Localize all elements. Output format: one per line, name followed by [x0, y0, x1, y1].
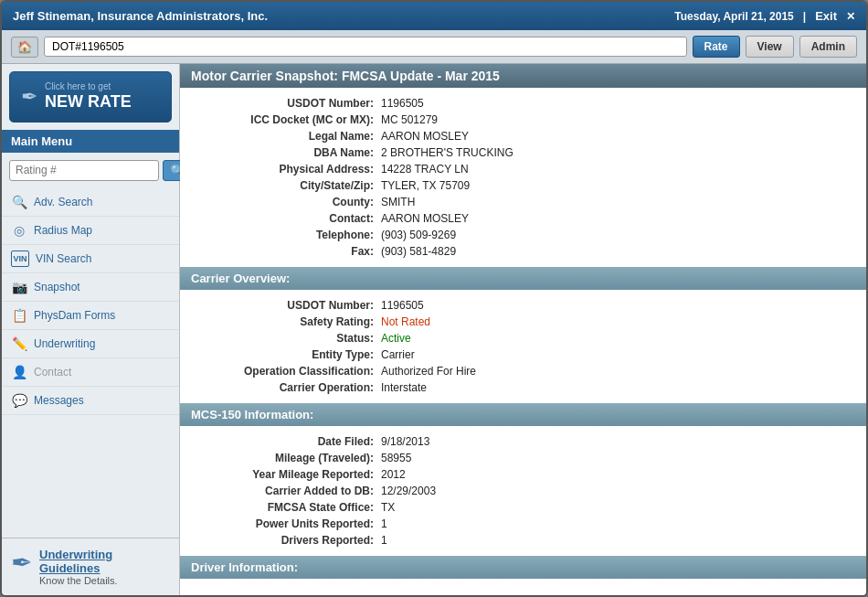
guidelines-icon: ✒: [11, 548, 32, 578]
title-bar: Jeff Stineman, Insurance Administrators,…: [2, 2, 866, 30]
sidebar-item-label: Contact: [34, 366, 71, 378]
info-row: Operation Classification: Authorized For…: [198, 363, 848, 379]
field-label: Year Mileage Reported:: [198, 468, 381, 481]
content-area: Motor Carrier Snapshot: FMCSA Update - M…: [180, 64, 866, 595]
adv-search-icon: 🔍: [11, 194, 27, 210]
field-label: FMCSA State Office:: [198, 501, 381, 514]
app-title: Jeff Stineman, Insurance Administrators,…: [13, 9, 268, 23]
sidebar-item-label: Messages: [34, 394, 84, 407]
home-button[interactable]: 🏠: [11, 37, 38, 58]
driver-info-table: [180, 579, 866, 595]
rate-text: NEW RATE: [45, 92, 132, 112]
info-row: USDOT Number: 1196505: [198, 297, 848, 314]
field-value: Carrier: [381, 348, 848, 361]
section-title: Carrier Overview:: [191, 272, 290, 285]
sidebar-item-label: Radius Map: [34, 224, 92, 237]
snapshot-icon: 📷: [11, 279, 27, 295]
sidebar-item-vin-search[interactable]: VIN VIN Search: [2, 245, 179, 273]
field-value: 14228 TRACY LN: [381, 163, 848, 176]
carrier-overview-table: USDOT Number: 1196505 Safety Rating: Not…: [180, 290, 866, 403]
field-label: Mileage (Traveled):: [198, 452, 381, 464]
info-row: Power Units Reported: 1: [198, 516, 848, 532]
field-label: ICC Docket (MC or MX):: [198, 113, 381, 126]
sidebar-footer: ✒ Underwriting Guidelines Know the Detai…: [2, 538, 179, 595]
sidebar-item-snapshot[interactable]: 📷 Snapshot: [2, 273, 179, 302]
sidebar-item-messages[interactable]: 💬 Messages: [2, 387, 179, 415]
sidebar-item-physdam[interactable]: 📋 PhysDam Forms: [2, 302, 179, 330]
field-label: Contact:: [198, 212, 381, 225]
physdam-icon: 📋: [11, 307, 27, 324]
info-row: Fax: (903) 581-4829: [198, 243, 848, 260]
field-value: Authorized For Hire: [381, 365, 848, 378]
field-label: Legal Name:: [198, 130, 381, 143]
address-bar[interactable]: [44, 37, 687, 57]
sidebar-footer-content: Underwriting Guidelines Know the Details…: [39, 548, 170, 586]
main-layout: ✒ Click here to get NEW RATE Main Menu 🔍…: [2, 64, 866, 595]
field-value: 1196505: [381, 97, 848, 110]
info-row: Contact: AARON MOSLEY: [198, 210, 848, 227]
guidelines-link[interactable]: Underwriting Guidelines: [39, 548, 170, 575]
field-value: Interstate: [381, 381, 848, 394]
feather-icon: ✒: [21, 85, 37, 109]
date-label: Tuesday, April 21, 2015: [674, 10, 794, 23]
info-row: FMCSA State Office: TX: [198, 499, 848, 516]
carrier-info-table: USDOT Number: 1196505 ICC Docket (MC or …: [180, 88, 866, 267]
field-label: USDOT Number:: [198, 299, 381, 312]
field-label: Drivers Reported:: [198, 534, 381, 547]
sidebar-item-contact[interactable]: 👤 Contact: [2, 358, 179, 387]
field-value: (903) 509-9269: [381, 229, 848, 241]
section-title: MCS-150 Information:: [191, 408, 313, 421]
field-value: 58955: [381, 452, 848, 464]
field-value: (903) 581-4829: [381, 245, 848, 258]
field-label: Carrier Operation:: [198, 381, 381, 394]
separator: |: [803, 10, 806, 23]
field-value: 9/18/2013: [381, 435, 848, 448]
exit-button[interactable]: Exit: [815, 9, 837, 23]
sidebar-item-adv-search[interactable]: 🔍 Adv. Search: [2, 188, 179, 217]
sidebar-item-underwriting[interactable]: ✏️ Underwriting: [2, 330, 179, 358]
new-rate-button[interactable]: ✒ Click here to get NEW RATE: [9, 71, 172, 123]
guidelines-subtext: Know the Details.: [39, 575, 170, 586]
driver-section-header: Driver Information:: [180, 556, 866, 579]
section-title: Driver Information:: [191, 560, 298, 574]
sidebar-item-radius-map[interactable]: ◎ Radius Map: [2, 217, 179, 245]
field-label: Date Filed:: [198, 435, 381, 448]
sidebar-item-label: PhysDam Forms: [34, 309, 115, 322]
admin-button[interactable]: Admin: [799, 36, 857, 58]
field-value: 2012: [381, 468, 848, 481]
messages-icon: 💬: [11, 392, 27, 409]
field-label: City/State/Zip:: [198, 179, 381, 192]
field-label: Telephone:: [198, 229, 381, 241]
field-value: MC 501279: [381, 113, 848, 126]
field-label: Carrier Added to DB:: [198, 485, 381, 497]
rating-search-input[interactable]: [9, 160, 159, 181]
mcs-info-table: Date Filed: 9/18/2013 Mileage (Traveled)…: [180, 426, 866, 556]
field-label: Power Units Reported:: [198, 517, 381, 530]
field-label: Physical Address:: [198, 163, 381, 176]
main-menu-title: Main Menu: [2, 130, 179, 153]
field-value: SMITH: [381, 196, 848, 208]
field-value: Active: [381, 332, 848, 345]
close-icon[interactable]: ✕: [846, 10, 855, 23]
sidebar-item-label: VIN Search: [36, 252, 91, 265]
info-row: Status: Active: [198, 330, 848, 346]
search-bar: 🔍: [9, 160, 172, 181]
view-button[interactable]: View: [746, 36, 794, 58]
field-value: Not Rated: [381, 315, 848, 328]
vin-icon: VIN: [11, 251, 29, 267]
info-row: Physical Address: 14228 TRACY LN: [198, 161, 848, 177]
rate-button[interactable]: Rate: [693, 36, 740, 58]
field-value: TX: [381, 501, 848, 514]
page-title-header: Motor Carrier Snapshot: FMCSA Update - M…: [180, 64, 866, 88]
page-title: Motor Carrier Snapshot: FMCSA Update - M…: [191, 69, 500, 83]
field-label: Entity Type:: [198, 348, 381, 361]
new-rate-text: Click here to get NEW RATE: [45, 81, 132, 112]
sidebar-item-label: Underwriting: [34, 337, 95, 350]
field-label: USDOT Number:: [198, 97, 381, 110]
info-row: County: SMITH: [198, 194, 848, 210]
carrier-overview-header: Carrier Overview:: [180, 267, 866, 290]
field-value: 1: [381, 534, 848, 547]
field-value: 1196505: [381, 299, 848, 312]
info-row: Carrier Added to DB: 12/29/2003: [198, 483, 848, 499]
info-row: USDOT Number: 1196505: [198, 95, 848, 112]
